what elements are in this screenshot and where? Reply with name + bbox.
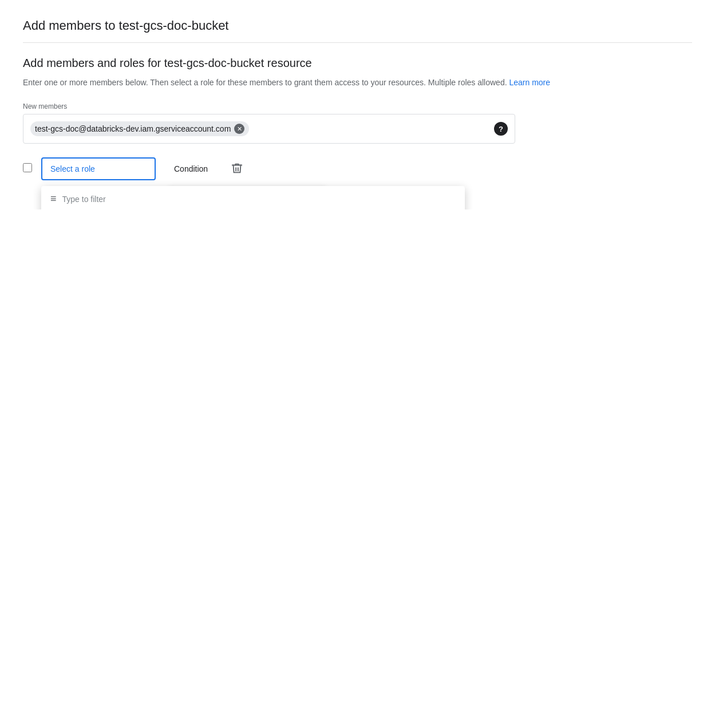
chip-close-icon[interactable]: ✕ [234, 124, 244, 134]
role-row: Select a role ≡ All roles Cloud Build Cl… [23, 157, 692, 182]
trash-icon [231, 162, 243, 175]
members-label: New members [23, 102, 692, 110]
delete-role-button[interactable] [226, 157, 248, 182]
member-email: test-gcs-doc@databricks-dev.iam.gservice… [35, 124, 231, 133]
role-selector-area: Select a role ≡ All roles Cloud Build Cl… [41, 157, 156, 180]
filter-row: ≡ [41, 186, 465, 209]
page-title: Add members to test-gcs-doc-bucket [23, 18, 692, 43]
section-title: Add members and roles for test-gcs-doc-b… [23, 57, 692, 70]
members-input-box[interactable]: test-gcs-doc@databricks-dev.iam.gservice… [23, 114, 515, 144]
select-role-button[interactable]: Select a role [41, 157, 156, 180]
filter-input[interactable] [62, 195, 456, 204]
condition-label: Condition [165, 157, 217, 180]
member-chip: test-gcs-doc@databricks-dev.iam.gservice… [30, 121, 249, 136]
members-section: New members test-gcs-doc@databricks-dev.… [23, 102, 692, 144]
page-description: Enter one or more members below. Then se… [23, 77, 692, 89]
filter-icon: ≡ [50, 193, 57, 205]
role-dropdown: ≡ All roles Cloud Build Cloud Composer C… [41, 186, 465, 209]
learn-more-link[interactable]: Learn more [509, 78, 550, 87]
help-icon[interactable]: ? [494, 122, 508, 136]
role-checkbox[interactable] [23, 163, 32, 172]
